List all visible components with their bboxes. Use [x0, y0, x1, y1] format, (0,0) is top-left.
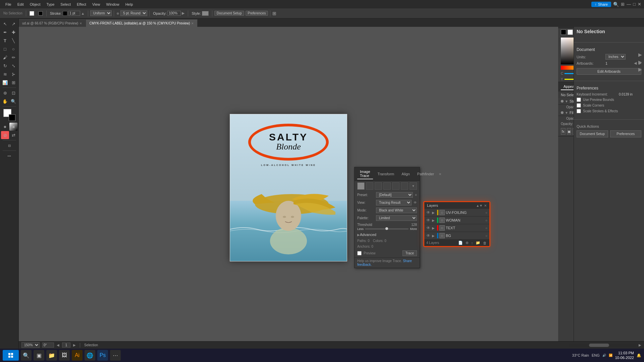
artboard-tool[interactable]: ⊞ — [9, 78, 17, 86]
stroke-color-box[interactable] — [63, 11, 67, 16]
stroke-up-arrow[interactable]: ▲ — [81, 11, 85, 15]
opacity-input[interactable] — [167, 11, 181, 16]
stroke-expand-arrow[interactable]: ▼ — [565, 100, 568, 103]
menu-effect[interactable]: Effect — [74, 2, 89, 7]
taskbar-more-icon[interactable]: ⋯ — [110, 350, 121, 361]
use-preview-checkbox[interactable] — [577, 98, 581, 102]
tab-close-1[interactable]: ✕ — [191, 22, 194, 25]
nav-prev-icon[interactable]: ◀ — [57, 343, 59, 347]
menu-object[interactable]: Object — [27, 2, 43, 7]
taskbar-volume-icon[interactable]: 🔊 — [602, 354, 606, 357]
add-anchor-tool[interactable]: ✚ — [9, 28, 17, 36]
trace-auto-color[interactable] — [357, 182, 365, 190]
pencil-tool[interactable]: ✏ — [9, 53, 17, 61]
arrange-panels-icon[interactable]: ⊞ — [272, 11, 276, 16]
panel-expand-3-icon[interactable]: ▶ — [638, 67, 642, 72]
text-lock-icon[interactable]: ○ — [485, 226, 487, 230]
h-scrollbar[interactable] — [569, 344, 636, 347]
bg-vis-icon[interactable]: 👁 — [426, 233, 431, 238]
taskbar-notifications-icon[interactable]: 🔔 — [637, 353, 641, 358]
bg-lock-icon[interactable]: ○ — [485, 234, 487, 238]
layers-expand-icon[interactable]: ▲▼ — [476, 204, 483, 207]
taskbar-search-icon[interactable]: 🔍 — [21, 350, 32, 361]
rotate-tool[interactable]: ↻ — [1, 62, 9, 70]
trace-button[interactable]: Trace — [402, 250, 417, 256]
trace-more[interactable]: ▼ — [410, 182, 417, 190]
menu-view[interactable]: View — [90, 2, 103, 7]
type-tool[interactable]: T — [1, 37, 9, 45]
bg-name[interactable]: BG — [446, 234, 484, 238]
menu-type[interactable]: Type — [44, 2, 57, 7]
woman-lock-icon[interactable]: ○ — [485, 219, 487, 222]
paintbrush-tool[interactable]: 🖌 — [1, 53, 9, 61]
layers-new-sublayer-btn[interactable]: ⊕ — [465, 241, 469, 245]
menu-edit[interactable]: Edit — [15, 2, 26, 7]
trace-high-color[interactable] — [366, 182, 373, 190]
document-setup-button[interactable]: Document Setup — [214, 11, 244, 16]
opacity-expand-icon[interactable]: ▶ — [182, 11, 184, 15]
style-swatch[interactable] — [202, 11, 209, 16]
scroll-right-icon[interactable]: ▶ — [639, 343, 641, 347]
start-button[interactable] — [3, 350, 19, 361]
rotation-input[interactable] — [42, 343, 54, 348]
woman-expand-arrow[interactable]: ▶ — [432, 219, 436, 222]
share-button[interactable]: ↑ Share — [591, 2, 611, 7]
width-tool[interactable]: ⊱ — [9, 70, 17, 78]
more-tools-btn[interactable]: ••• — [5, 152, 13, 160]
align-tab[interactable]: Align — [399, 171, 412, 177]
view-eye-icon[interactable]: 👁 — [414, 201, 417, 204]
rect-tool[interactable]: □ — [1, 45, 9, 53]
preferences-qa-button[interactable]: Preferences — [610, 130, 642, 137]
trace-close-icon[interactable]: ✕ — [439, 172, 441, 176]
trace-low-color[interactable] — [375, 182, 382, 190]
maximize-icon[interactable]: □ — [633, 2, 636, 7]
trace-bw[interactable] — [392, 182, 399, 190]
selection-tool[interactable]: ↖ — [1, 20, 9, 28]
tab-1[interactable]: CMYK-FRONT-LABEL (editable).ai @ 150 % (… — [86, 19, 198, 27]
image-trace-tab[interactable]: Image Trace — [357, 169, 373, 179]
taskbar-ai-icon[interactable]: Ai — [72, 350, 83, 361]
taskbar-wifi-icon[interactable]: 📶 — [609, 354, 612, 357]
fill-expand-arrow[interactable]: ▼ — [565, 111, 568, 115]
view-select[interactable]: Tracing Result — [376, 200, 412, 205]
mode-select[interactable]: Black and White — [376, 207, 417, 213]
nav-next-icon[interactable]: ▶ — [73, 343, 76, 347]
stroke-vis-dot[interactable] — [561, 100, 564, 103]
line-tool[interactable]: ╲ — [9, 37, 17, 45]
slice-tool[interactable]: ⊡ — [9, 89, 17, 97]
fill-swatch[interactable] — [30, 11, 34, 16]
trace-outline[interactable] — [401, 182, 408, 190]
ap-add-effect[interactable]: fx — [561, 128, 566, 135]
symbol-tool[interactable]: ⊛ — [1, 89, 9, 97]
draw-inside-btn[interactable]: ⊟ — [5, 141, 13, 149]
scale-tool[interactable]: ⤡ — [9, 62, 17, 70]
arrange-icon[interactable]: ⊞ — [621, 2, 625, 7]
scale-strokes-checkbox[interactable] — [577, 109, 581, 113]
panel-expand-2-icon[interactable]: ▶ — [638, 59, 642, 65]
uv-foiling-lock-icon[interactable]: ○ — [485, 211, 487, 215]
black-swatch[interactable] — [561, 29, 566, 35]
trace-grayscale[interactable] — [383, 182, 391, 190]
menu-file[interactable]: File — [3, 2, 14, 7]
gradient-btn[interactable]: ▣ — [9, 123, 17, 131]
ap-new-fill[interactable]: ▣ — [567, 128, 572, 135]
tab-close-0[interactable]: ✕ — [79, 22, 82, 25]
doc-setup-qa-button[interactable]: Document Setup — [577, 130, 608, 137]
layers-collect-btn[interactable]: 📁 — [475, 241, 481, 245]
panel-expand-1-icon[interactable]: ▶ — [638, 52, 642, 57]
uv-foiling-expand-arrow[interactable]: ▶ — [432, 211, 436, 215]
h-scroll-thumb[interactable] — [589, 344, 609, 347]
palette-select[interactable]: Limited — [376, 215, 417, 221]
pathfinder-tab[interactable]: Pathfinder — [415, 171, 437, 177]
background-color[interactable] — [9, 114, 15, 121]
woman-vis-icon[interactable]: 👁 — [426, 218, 431, 223]
brush-size-select[interactable]: 5 pt. Round — [120, 10, 147, 16]
layers-move-btn[interactable]: ↑ — [471, 241, 474, 245]
stroke-color[interactable] — [37, 10, 44, 16]
column-graph-tool[interactable]: 📊 — [1, 78, 9, 86]
uv-foiling-name[interactable]: UV-FOILING — [446, 210, 484, 215]
menu-help[interactable]: Help — [123, 2, 136, 7]
stroke-swatch[interactable] — [38, 11, 43, 16]
taskbar-chrome-icon[interactable]: 🌐 — [85, 350, 95, 361]
color-mode-btn[interactable]: ◉ — [1, 123, 9, 131]
